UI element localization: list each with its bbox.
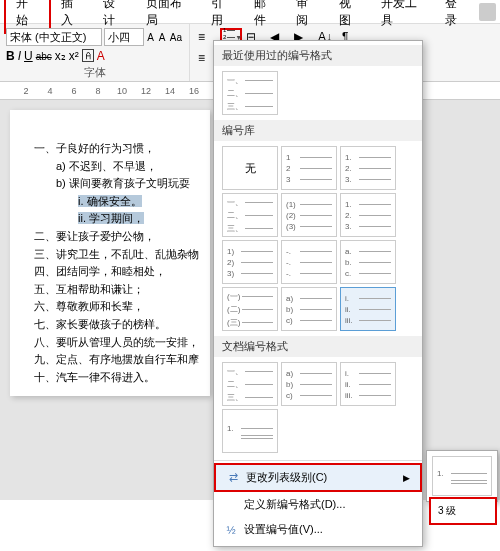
numbering-sample[interactable]: 一、二、三、 bbox=[222, 362, 278, 406]
library-samples: 无1231.2.3.一、二、三、(1)(2)(3)1.2.3.1)2)3)-.-… bbox=[214, 141, 422, 336]
clear-format-button[interactable]: Aa bbox=[169, 28, 183, 46]
numbering-sample[interactable]: 一、二、三、 bbox=[222, 71, 278, 115]
document-line[interactable]: 四、团结同学，和睦相处， bbox=[34, 263, 196, 281]
numbering-sample[interactable]: a.b.c. bbox=[340, 240, 396, 284]
level-submenu: 1. bbox=[426, 450, 498, 502]
library-section-title: 编号库 bbox=[214, 120, 422, 141]
change-list-level-item[interactable]: ⇄ 更改列表级别(C) ▶ bbox=[214, 463, 422, 492]
strike-button[interactable]: abc bbox=[36, 51, 52, 62]
level-option[interactable]: 3 级 bbox=[434, 502, 492, 520]
docformat-samples: 一、二、三、a)b)c)i.ii.iii.1. bbox=[214, 357, 422, 458]
underline-button[interactable]: U bbox=[24, 49, 33, 63]
font-name-select[interactable] bbox=[6, 28, 102, 46]
level-list-dropdown[interactable]: 3 级 bbox=[429, 497, 497, 525]
numbering-sample[interactable]: (1)(2)(3) bbox=[281, 193, 337, 237]
subscript-button[interactable]: x₂ bbox=[55, 49, 66, 63]
avatar-icon[interactable] bbox=[479, 3, 496, 21]
grow-font-button[interactable]: A bbox=[146, 28, 155, 46]
numbering-sample[interactable]: 1. bbox=[222, 409, 278, 453]
docformat-section-title: 文档编号格式 bbox=[214, 336, 422, 357]
document-line[interactable]: 三、讲究卫生，不乱吐、乱抛杂物 bbox=[34, 246, 196, 264]
document-line[interactable]: 二、要让孩子爱护公物， bbox=[34, 228, 196, 246]
recent-samples: 一、二、三、 bbox=[214, 66, 422, 120]
menu-devtools[interactable]: 开发工具 bbox=[371, 0, 436, 32]
document-line[interactable]: 六、尊敬教师和长辈， bbox=[34, 298, 196, 316]
italic-button[interactable]: I bbox=[18, 49, 21, 63]
set-number-value-item[interactable]: ½ 设置编号值(V)... bbox=[214, 517, 422, 542]
document-line[interactable]: 一、子良好的行为习惯， bbox=[34, 140, 196, 158]
define-new-format-item[interactable]: 定义新编号格式(D)... bbox=[214, 492, 422, 517]
document-line[interactable]: 五、互相帮助和谦让； bbox=[34, 281, 196, 299]
recent-section-title: 最近使用过的编号格式 bbox=[214, 45, 422, 66]
font-color-button[interactable]: A bbox=[97, 49, 105, 63]
numbering-sample[interactable]: 123 bbox=[281, 146, 337, 190]
numbering-sample[interactable]: 1. bbox=[432, 456, 492, 496]
login-link[interactable]: 登录 bbox=[437, 0, 476, 32]
numbering-sample[interactable]: 一、二、三、 bbox=[222, 193, 278, 237]
numbering-sample[interactable]: -.-.-. bbox=[281, 240, 337, 284]
menu-bar: 开始 插入 设计 页面布局 引用 邮件 审阅 视图 开发工具 登录 bbox=[0, 0, 500, 24]
document-line[interactable]: a) 不迟到、不早退， bbox=[34, 158, 196, 176]
numbering-sample[interactable]: a)b)c) bbox=[281, 287, 337, 331]
number-icon: ½ bbox=[224, 524, 238, 536]
document-line[interactable]: 九、定点、有序地摆放自行车和摩 bbox=[34, 351, 196, 369]
font-size-select[interactable] bbox=[104, 28, 144, 46]
document-line[interactable]: 七、家长要做孩子的榜样。 bbox=[34, 316, 196, 334]
font-group: A A Aa B I U abc x₂ x² 🄰 A 字体 bbox=[0, 24, 190, 81]
document-line[interactable]: b) 课间要教育孩子文明玩耍 bbox=[34, 175, 196, 193]
shrink-font-button[interactable]: A bbox=[157, 28, 166, 46]
numbering-sample[interactable]: 1.2.3. bbox=[340, 146, 396, 190]
highlight-button[interactable]: 🄰 bbox=[82, 49, 94, 63]
font-group-label: 字体 bbox=[6, 65, 183, 80]
numbering-sample[interactable]: i.ii.iii. bbox=[340, 287, 396, 331]
document-line[interactable]: 十、汽车一律不得进入。 bbox=[34, 369, 196, 387]
document-line[interactable]: ii. 学习期间， bbox=[34, 210, 196, 228]
document-line[interactable]: i. 确保安全。 bbox=[34, 193, 196, 211]
superscript-button[interactable]: x² bbox=[69, 49, 79, 63]
separator bbox=[214, 460, 422, 461]
chevron-right-icon: ▶ bbox=[403, 473, 410, 483]
numbering-sample[interactable]: a)b)c) bbox=[281, 362, 337, 406]
document-page[interactable]: 一、子良好的行为习惯，a) 不迟到、不早退，b) 课间要教育孩子文明玩耍i. 确… bbox=[10, 110, 210, 396]
numbering-sample[interactable]: (一)(二)(三) bbox=[222, 287, 278, 331]
numbering-sample-none[interactable]: 无 bbox=[222, 146, 278, 190]
numbering-dropdown: 最近使用过的编号格式 一、二、三、 编号库 无1231.2.3.一、二、三、(1… bbox=[213, 40, 423, 547]
document-line[interactable]: 八、要听从管理人员的统一安排， bbox=[34, 334, 196, 352]
numbering-sample[interactable]: i.ii.iii. bbox=[340, 362, 396, 406]
bold-button[interactable]: B bbox=[6, 49, 15, 63]
list-level-icon: ⇄ bbox=[226, 471, 240, 484]
numbering-sample[interactable]: 1.2.3. bbox=[340, 193, 396, 237]
numbering-sample[interactable]: 1)2)3) bbox=[222, 240, 278, 284]
